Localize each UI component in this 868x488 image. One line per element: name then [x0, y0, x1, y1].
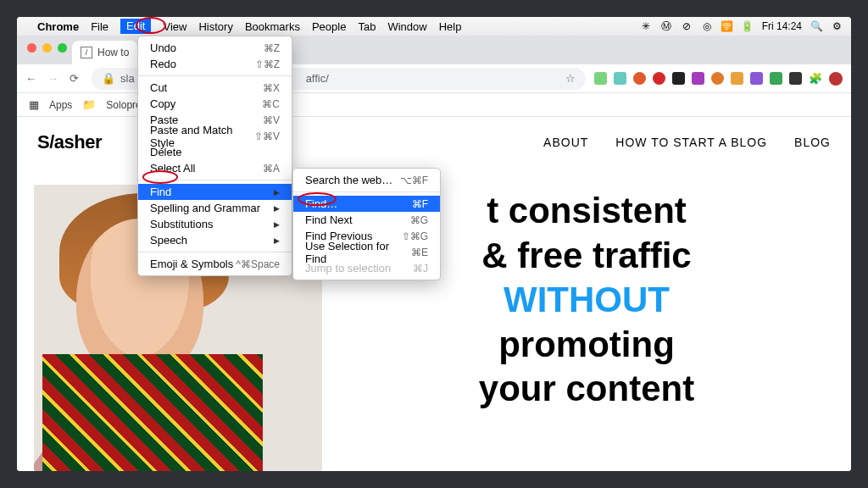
- extension-icon[interactable]: [711, 72, 724, 85]
- menu-select-all[interactable]: Select All⌘A: [138, 160, 292, 176]
- tab-title: How to: [97, 47, 129, 58]
- status-icon[interactable]: ⊘: [681, 20, 693, 32]
- nav-how-to-start[interactable]: HOW TO START A BLOG: [615, 136, 767, 149]
- reload-button[interactable]: ⟳: [70, 72, 83, 86]
- forward-button[interactable]: →: [47, 72, 61, 86]
- extension-icon[interactable]: [770, 72, 782, 85]
- apps-icon[interactable]: ▦: [29, 98, 39, 111]
- hero-line: your content: [339, 367, 834, 412]
- site-nav: ABOUT HOW TO START A BLOG BLOG: [543, 136, 831, 149]
- menu-redo[interactable]: Redo⇧⌘Z: [138, 56, 292, 72]
- menubar-history[interactable]: History: [198, 20, 232, 33]
- window-zoom-button[interactable]: [58, 43, 67, 53]
- tab-favicon: /: [81, 47, 92, 58]
- battery-icon[interactable]: 🔋: [742, 20, 754, 32]
- status-icon[interactable]: Ⓜ︎: [660, 20, 672, 32]
- menubar-bookmarks[interactable]: Bookmarks: [245, 20, 300, 33]
- extension-icon[interactable]: [750, 72, 763, 85]
- back-button[interactable]: ←: [25, 72, 39, 86]
- nav-blog[interactable]: BLOG: [794, 136, 831, 149]
- extension-icon[interactable]: [731, 72, 743, 85]
- menu-substitutions[interactable]: Substitutions: [138, 216, 292, 232]
- menubar-tab[interactable]: Tab: [358, 20, 376, 33]
- bookmarks-apps[interactable]: Apps: [49, 99, 72, 111]
- menubar-help[interactable]: Help: [439, 20, 462, 33]
- extension-icons: 🧩: [594, 72, 843, 86]
- menu-find[interactable]: Find: [138, 184, 292, 200]
- menubar-edit[interactable]: Edit: [120, 19, 151, 34]
- window-minimize-button[interactable]: [42, 43, 52, 53]
- macos-menubar: Chrome File Edit View History Bookmarks …: [17, 17, 851, 36]
- menu-spelling[interactable]: Spelling and Grammar: [138, 200, 292, 216]
- extension-icon[interactable]: [633, 72, 646, 85]
- url-prefix: sla: [120, 72, 135, 85]
- status-icon[interactable]: ✳︎: [640, 20, 652, 32]
- menubar-file[interactable]: File: [91, 20, 108, 33]
- menubar-clock[interactable]: Fri 14:24: [762, 20, 802, 32]
- search-icon[interactable]: 🔍: [810, 20, 822, 32]
- folder-icon: 📁: [82, 98, 96, 111]
- extension-icon[interactable]: [789, 72, 802, 85]
- site-logo[interactable]: S/asher: [37, 131, 102, 153]
- menubar-window[interactable]: Window: [387, 20, 426, 33]
- browser-tab[interactable]: / How to: [72, 41, 137, 64]
- menu-paste-match[interactable]: Paste and Match Style⇧⌘V: [138, 128, 292, 144]
- menubar-app-name[interactable]: Chrome: [37, 20, 79, 33]
- nav-about[interactable]: ABOUT: [543, 136, 588, 149]
- url-tail: affic/: [306, 72, 329, 85]
- hero-line: promoting: [339, 323, 834, 368]
- lock-icon: 🔒: [102, 72, 115, 85]
- extensions-menu-icon[interactable]: 🧩: [809, 72, 822, 85]
- extension-icon[interactable]: [672, 72, 685, 85]
- status-icon[interactable]: ◎: [701, 20, 713, 32]
- menubar-view[interactable]: View: [163, 20, 186, 33]
- menu-undo[interactable]: Undo⌘Z: [138, 40, 292, 56]
- find-submenu: Search the web…⌥⌘F Find…⌘F Find Next⌘G F…: [292, 168, 441, 280]
- profile-avatar[interactable]: [829, 72, 843, 86]
- wifi-icon[interactable]: 🛜: [721, 20, 733, 32]
- bookmark-star-icon[interactable]: ☆: [565, 72, 576, 85]
- submenu-find[interactable]: Find…⌘F: [293, 196, 440, 212]
- extension-icon[interactable]: [614, 72, 626, 85]
- edit-menu-dropdown: Undo⌘Z Redo⇧⌘Z Cut⌘X Copy⌘C Paste⌘V Past…: [137, 36, 292, 276]
- menu-speech[interactable]: Speech: [138, 232, 292, 248]
- window-close-button[interactable]: [27, 43, 36, 53]
- window-controls: [24, 36, 72, 64]
- submenu-find-next[interactable]: Find Next⌘G: [293, 212, 440, 228]
- extension-icon[interactable]: [653, 72, 665, 85]
- menu-emoji[interactable]: Emoji & Symbols^⌘Space: [138, 256, 292, 272]
- extension-icon[interactable]: [692, 72, 704, 85]
- menu-copy[interactable]: Copy⌘C: [138, 96, 292, 112]
- hero-line-highlight: WITHOUT: [339, 278, 834, 323]
- submenu-use-selection[interactable]: Use Selection for Find⌘E: [293, 244, 440, 260]
- menu-cut[interactable]: Cut⌘X: [138, 80, 292, 96]
- submenu-search-web[interactable]: Search the web…⌥⌘F: [293, 172, 440, 188]
- menubar-people[interactable]: People: [312, 20, 346, 33]
- submenu-jump: Jump to selection⌘J: [293, 260, 440, 276]
- menubar-status-area: ✳︎ Ⓜ︎ ⊘ ◎ 🛜 🔋 Fri 14:24 🔍 ⚙︎: [640, 20, 843, 32]
- control-center-icon[interactable]: ⚙︎: [831, 20, 843, 32]
- extension-icon[interactable]: [594, 72, 607, 85]
